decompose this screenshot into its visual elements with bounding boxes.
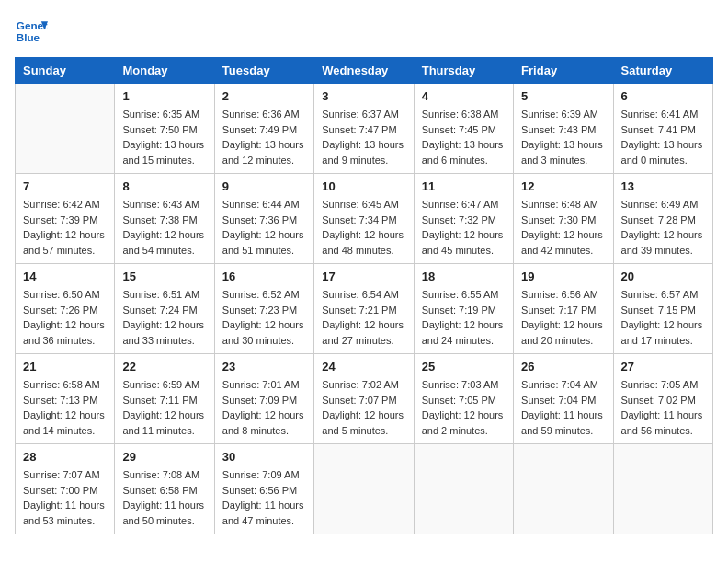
day-number: 29 bbox=[122, 450, 206, 464]
calendar-cell: 30Sunrise: 7:09 AMSunset: 6:56 PMDayligh… bbox=[214, 444, 313, 534]
day-number: 20 bbox=[621, 270, 705, 283]
day-info: Sunrise: 7:09 AMSunset: 6:56 PMDaylight:… bbox=[222, 467, 306, 528]
day-number: 28 bbox=[23, 450, 107, 464]
day-number: 1 bbox=[122, 89, 206, 103]
day-info: Sunrise: 6:57 AMSunset: 7:15 PMDaylight:… bbox=[621, 287, 705, 348]
day-info: Sunrise: 6:55 AMSunset: 7:19 PMDaylight:… bbox=[422, 287, 506, 348]
day-info: Sunrise: 6:50 AMSunset: 7:26 PMDaylight:… bbox=[23, 287, 107, 348]
calendar-cell: 20Sunrise: 6:57 AMSunset: 7:15 PMDayligh… bbox=[613, 264, 712, 354]
day-number: 6 bbox=[621, 89, 705, 103]
calendar-cell: 2Sunrise: 6:36 AMSunset: 7:49 PMDaylight… bbox=[214, 84, 313, 174]
day-info: Sunrise: 6:58 AMSunset: 7:13 PMDaylight:… bbox=[23, 377, 107, 438]
calendar-cell: 9Sunrise: 6:44 AMSunset: 7:36 PMDaylight… bbox=[214, 174, 313, 264]
calendar-cell: 26Sunrise: 7:04 AMSunset: 7:04 PMDayligh… bbox=[514, 354, 613, 444]
calendar-cell: 13Sunrise: 6:49 AMSunset: 7:28 PMDayligh… bbox=[613, 174, 712, 264]
day-number: 5 bbox=[521, 89, 605, 103]
day-number: 4 bbox=[422, 89, 506, 103]
week-row-4: 21Sunrise: 6:58 AMSunset: 7:13 PMDayligh… bbox=[16, 354, 713, 444]
day-number: 22 bbox=[122, 360, 206, 373]
calendar-cell bbox=[314, 444, 414, 534]
day-number: 26 bbox=[521, 360, 605, 373]
calendar-cell: 15Sunrise: 6:51 AMSunset: 7:24 PMDayligh… bbox=[115, 264, 214, 354]
day-info: Sunrise: 7:07 AMSunset: 7:00 PMDaylight:… bbox=[23, 467, 107, 528]
day-info: Sunrise: 7:08 AMSunset: 6:58 PMDaylight:… bbox=[122, 467, 206, 528]
day-info: Sunrise: 6:42 AMSunset: 7:39 PMDaylight:… bbox=[23, 197, 107, 258]
day-number: 9 bbox=[222, 179, 306, 193]
weekday-header-friday: Friday bbox=[514, 58, 613, 84]
day-number: 15 bbox=[122, 270, 206, 283]
calendar-cell: 4Sunrise: 6:38 AMSunset: 7:45 PMDaylight… bbox=[414, 84, 513, 174]
weekday-header-tuesday: Tuesday bbox=[214, 58, 313, 84]
day-number: 7 bbox=[23, 179, 107, 193]
calendar-cell: 14Sunrise: 6:50 AMSunset: 7:26 PMDayligh… bbox=[16, 264, 115, 354]
day-number: 2 bbox=[222, 89, 306, 103]
calendar-cell: 1Sunrise: 6:35 AMSunset: 7:50 PMDaylight… bbox=[115, 84, 214, 174]
week-row-1: 1Sunrise: 6:35 AMSunset: 7:50 PMDaylight… bbox=[16, 84, 713, 174]
day-info: Sunrise: 6:56 AMSunset: 7:17 PMDaylight:… bbox=[521, 287, 605, 348]
svg-text:Blue: Blue bbox=[17, 31, 40, 43]
day-number: 23 bbox=[222, 360, 306, 373]
day-info: Sunrise: 6:38 AMSunset: 7:45 PMDaylight:… bbox=[422, 107, 506, 167]
day-info: Sunrise: 6:35 AMSunset: 7:50 PMDaylight:… bbox=[122, 107, 206, 167]
calendar-cell: 18Sunrise: 6:55 AMSunset: 7:19 PMDayligh… bbox=[414, 264, 513, 354]
day-number: 14 bbox=[23, 270, 107, 283]
calendar-cell: 22Sunrise: 6:59 AMSunset: 7:11 PMDayligh… bbox=[115, 354, 214, 444]
day-info: Sunrise: 6:39 AMSunset: 7:43 PMDaylight:… bbox=[521, 107, 605, 167]
day-info: Sunrise: 6:43 AMSunset: 7:38 PMDaylight:… bbox=[122, 197, 206, 258]
calendar-cell bbox=[16, 84, 115, 174]
calendar-cell: 10Sunrise: 6:45 AMSunset: 7:34 PMDayligh… bbox=[314, 174, 414, 264]
calendar-cell: 21Sunrise: 6:58 AMSunset: 7:13 PMDayligh… bbox=[16, 354, 115, 444]
day-number: 13 bbox=[621, 179, 705, 193]
calendar-cell: 23Sunrise: 7:01 AMSunset: 7:09 PMDayligh… bbox=[214, 354, 313, 444]
day-info: Sunrise: 6:44 AMSunset: 7:36 PMDaylight:… bbox=[222, 197, 306, 258]
weekday-header-sunday: Sunday bbox=[16, 58, 115, 84]
page-header: General Blue bbox=[15, 15, 713, 48]
day-info: Sunrise: 6:45 AMSunset: 7:34 PMDaylight:… bbox=[322, 197, 405, 258]
day-info: Sunrise: 6:37 AMSunset: 7:47 PMDaylight:… bbox=[322, 107, 405, 167]
day-number: 25 bbox=[422, 360, 506, 373]
weekday-header-thursday: Thursday bbox=[414, 58, 513, 84]
day-number: 3 bbox=[322, 89, 405, 103]
day-info: Sunrise: 6:54 AMSunset: 7:21 PMDaylight:… bbox=[322, 287, 405, 348]
day-number: 16 bbox=[222, 270, 306, 283]
day-info: Sunrise: 6:51 AMSunset: 7:24 PMDaylight:… bbox=[122, 287, 206, 348]
calendar-cell: 3Sunrise: 6:37 AMSunset: 7:47 PMDaylight… bbox=[314, 84, 414, 174]
day-info: Sunrise: 7:03 AMSunset: 7:05 PMDaylight:… bbox=[422, 377, 506, 438]
day-number: 8 bbox=[122, 179, 206, 193]
day-number: 19 bbox=[521, 270, 605, 283]
calendar-cell: 17Sunrise: 6:54 AMSunset: 7:21 PMDayligh… bbox=[314, 264, 414, 354]
logo-icon: General Blue bbox=[15, 15, 48, 48]
weekday-header-saturday: Saturday bbox=[613, 58, 712, 84]
day-number: 24 bbox=[322, 360, 405, 373]
week-row-2: 7Sunrise: 6:42 AMSunset: 7:39 PMDaylight… bbox=[16, 174, 713, 264]
calendar-cell bbox=[414, 444, 513, 534]
week-row-3: 14Sunrise: 6:50 AMSunset: 7:26 PMDayligh… bbox=[16, 264, 713, 354]
day-info: Sunrise: 7:02 AMSunset: 7:07 PMDaylight:… bbox=[322, 377, 405, 438]
day-number: 17 bbox=[322, 270, 405, 283]
day-number: 12 bbox=[521, 179, 605, 193]
calendar-cell: 5Sunrise: 6:39 AMSunset: 7:43 PMDaylight… bbox=[514, 84, 613, 174]
calendar-cell: 19Sunrise: 6:56 AMSunset: 7:17 PMDayligh… bbox=[514, 264, 613, 354]
calendar-cell: 29Sunrise: 7:08 AMSunset: 6:58 PMDayligh… bbox=[115, 444, 214, 534]
day-info: Sunrise: 6:36 AMSunset: 7:49 PMDaylight:… bbox=[222, 107, 306, 167]
calendar-cell: 12Sunrise: 6:48 AMSunset: 7:30 PMDayligh… bbox=[514, 174, 613, 264]
calendar-table: SundayMondayTuesdayWednesdayThursdayFrid… bbox=[15, 57, 713, 534]
day-number: 27 bbox=[621, 360, 705, 373]
day-info: Sunrise: 6:59 AMSunset: 7:11 PMDaylight:… bbox=[122, 377, 206, 438]
calendar-cell: 11Sunrise: 6:47 AMSunset: 7:32 PMDayligh… bbox=[414, 174, 513, 264]
calendar-cell: 7Sunrise: 6:42 AMSunset: 7:39 PMDaylight… bbox=[16, 174, 115, 264]
day-info: Sunrise: 7:05 AMSunset: 7:02 PMDaylight:… bbox=[621, 377, 705, 438]
day-number: 18 bbox=[422, 270, 506, 283]
calendar-cell: 25Sunrise: 7:03 AMSunset: 7:05 PMDayligh… bbox=[414, 354, 513, 444]
weekday-header-wednesday: Wednesday bbox=[314, 58, 414, 84]
logo: General Blue bbox=[15, 15, 48, 48]
day-info: Sunrise: 7:04 AMSunset: 7:04 PMDaylight:… bbox=[521, 377, 605, 438]
day-info: Sunrise: 6:41 AMSunset: 7:41 PMDaylight:… bbox=[621, 107, 705, 167]
calendar-cell: 27Sunrise: 7:05 AMSunset: 7:02 PMDayligh… bbox=[613, 354, 712, 444]
calendar-cell: 16Sunrise: 6:52 AMSunset: 7:23 PMDayligh… bbox=[214, 264, 313, 354]
calendar-cell: 6Sunrise: 6:41 AMSunset: 7:41 PMDaylight… bbox=[613, 84, 712, 174]
week-row-5: 28Sunrise: 7:07 AMSunset: 7:00 PMDayligh… bbox=[16, 444, 713, 534]
calendar-cell: 8Sunrise: 6:43 AMSunset: 7:38 PMDaylight… bbox=[115, 174, 214, 264]
day-number: 30 bbox=[222, 450, 306, 464]
day-info: Sunrise: 6:49 AMSunset: 7:28 PMDaylight:… bbox=[621, 197, 705, 258]
